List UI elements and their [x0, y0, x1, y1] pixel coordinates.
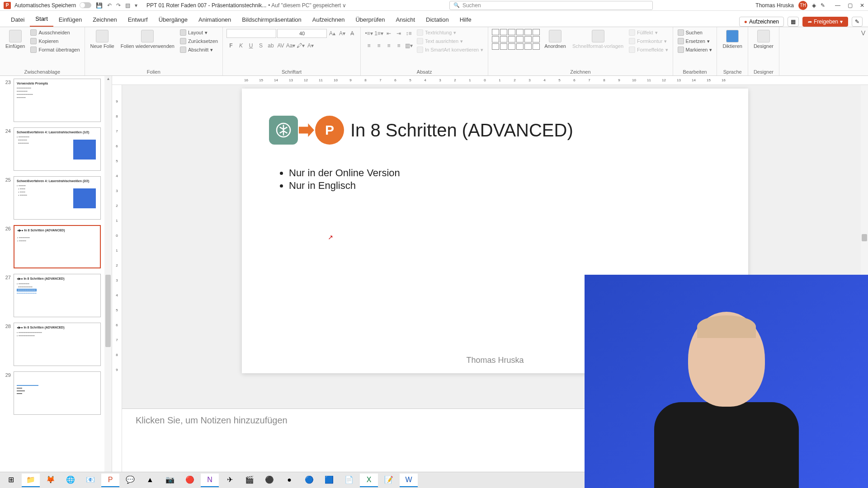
pen-icon[interactable]: ✎ — [821, 2, 825, 9]
scrollbar-handle[interactable] — [105, 275, 111, 347]
start-menu-icon[interactable]: ⊞ — [2, 474, 20, 487]
tab-zeichnen[interactable]: Zeichnen — [87, 13, 122, 27]
find-button[interactable]: Suchen — [677, 29, 713, 36]
font-color-button[interactable]: A▾ — [306, 41, 315, 50]
close-icon[interactable]: ✕ — [860, 2, 864, 9]
italic-button[interactable]: K — [236, 41, 245, 50]
thumbnails-scrollbar[interactable] — [104, 76, 112, 476]
copy-button[interactable]: Kopieren — [29, 38, 80, 45]
vertical-ruler[interactable]: 9876543210123456789 — [112, 85, 122, 476]
select-button[interactable]: Markieren ▾ — [677, 46, 713, 53]
maximize-icon[interactable]: ▢ — [848, 2, 853, 9]
indent-dec-icon[interactable]: ⇤ — [384, 29, 393, 38]
align-right-icon[interactable]: ≡ — [384, 41, 393, 50]
notepad-icon[interactable]: 📝 — [380, 474, 398, 487]
app-icon[interactable]: 🎬 — [241, 474, 259, 487]
app-icon[interactable]: 📷 — [161, 474, 179, 487]
text-direction-button[interactable]: Textrichtung ▾ — [416, 29, 484, 36]
effects-button[interactable]: Formeffekte ▾ — [628, 46, 669, 53]
clear-format-icon[interactable]: A̶ — [348, 29, 357, 38]
tab-einfuegen[interactable]: Einfügen — [53, 13, 87, 27]
record-button[interactable]: Aufzeichnen — [739, 17, 784, 27]
powerpoint-taskbar-icon[interactable]: P — [101, 474, 119, 487]
tab-ansicht[interactable]: Ansicht — [390, 13, 420, 27]
tab-bildschirm[interactable]: Bildschirmpräsentation — [236, 13, 307, 27]
align-center-icon[interactable]: ≡ — [374, 41, 383, 50]
font-size-input[interactable] — [277, 29, 327, 38]
vlc-icon[interactable]: ▲ — [141, 474, 159, 487]
undo-icon[interactable]: ↶ — [107, 2, 112, 9]
shapes-gallery[interactable] — [492, 29, 540, 50]
app-icon[interactable]: 🔵 — [300, 474, 318, 487]
qat-more-icon[interactable]: ▾ — [135, 2, 137, 9]
numbering-icon[interactable]: 1≡▾ — [374, 29, 383, 38]
tab-uebergaenge[interactable]: Übergänge — [153, 13, 193, 27]
designer-button[interactable]: Designer — [752, 29, 775, 50]
horizontal-ruler[interactable]: 1615141312111098765432101234567891011121… — [112, 76, 868, 85]
user-name[interactable]: Thomas Hruska — [755, 2, 794, 9]
telegram-icon[interactable]: ✈ — [221, 474, 239, 487]
app-icon[interactable]: 🟦 — [320, 474, 338, 487]
format-painter-button[interactable]: Format übertragen — [29, 46, 80, 53]
slide-title[interactable]: In 8 Schritten (ADVANCED) — [350, 120, 573, 141]
thumbnail-26[interactable]: 26 ●▶● In 8 Schritten (ADVANCED)• ━━━━━━… — [0, 222, 112, 271]
tab-dictation[interactable]: Dictation — [420, 13, 454, 27]
comments-icon[interactable]: ✎ — [852, 17, 863, 27]
layout-button[interactable]: Layout ▾ — [179, 29, 219, 36]
shrink-font-icon[interactable]: A▾ — [338, 29, 347, 38]
thumbnail-29[interactable]: 29 ▬▬▬▬▬▬▬▬▬▬▬▬▬▬▬ — [0, 369, 112, 418]
dictate-button[interactable]: Diktieren — [721, 29, 744, 50]
tab-hilfe[interactable]: Hilfe — [454, 13, 477, 27]
cut-button[interactable]: Ausschneiden — [29, 29, 80, 36]
section-button[interactable]: Abschnitt ▾ — [179, 46, 219, 53]
paste-button[interactable]: Einfügen — [4, 29, 27, 50]
app-icon[interactable]: 🔴 — [181, 474, 199, 487]
collapse-ribbon-icon[interactable]: ⋁ — [859, 27, 868, 75]
grow-font-icon[interactable]: A▴ — [328, 29, 337, 38]
saved-location[interactable]: • Auf "diesem PC" gespeichert ∨ — [268, 2, 346, 9]
thumbnail-28[interactable]: 28 ●▶● In 8 Schritten (ADVANCED)• ━━━━━━… — [0, 320, 112, 369]
app-icon[interactable]: 💬 — [121, 474, 139, 487]
tab-aufzeichnen[interactable]: Aufzeichnen — [307, 13, 350, 27]
reset-button[interactable]: Zurücksetzen — [179, 38, 219, 45]
slide-body[interactable]: Nur in der Online Version Nur in Englisc… — [278, 167, 721, 192]
shadow-button[interactable]: ab — [266, 41, 275, 50]
tab-animationen[interactable]: Animationen — [193, 13, 236, 27]
columns-icon[interactable]: ▥▾ — [404, 41, 413, 50]
smartart-button[interactable]: In SmartArt konvertieren ▾ — [416, 46, 484, 53]
align-left-icon[interactable]: ≡ — [364, 41, 373, 50]
obs-icon[interactable]: ⚫ — [260, 474, 278, 487]
teams-icon[interactable]: ▦ — [788, 17, 799, 27]
arrange-button[interactable]: Anordnen — [542, 29, 568, 50]
share-button[interactable]: Freigeben ▾ — [802, 17, 848, 27]
app-icon[interactable]: ● — [280, 474, 298, 487]
highlight-button[interactable]: 🖍▾ — [296, 41, 305, 50]
onenote-icon[interactable]: N — [201, 474, 219, 487]
thumbnail-23[interactable]: 23 Verwendete Prompts━━━━━━━━━━━━━━━━━━━… — [0, 76, 112, 125]
redo-icon[interactable]: ↷ — [116, 2, 121, 9]
minimize-icon[interactable]: — — [835, 2, 840, 9]
justify-icon[interactable]: ≡ — [394, 41, 403, 50]
align-text-button[interactable]: Text ausrichten ▾ — [416, 38, 484, 45]
tab-entwurf[interactable]: Entwurf — [123, 13, 153, 27]
reuse-slides-button[interactable]: Folien wiederverwenden — [119, 29, 176, 50]
fill-button[interactable]: Füllfekt ▾ — [628, 29, 669, 36]
spacing-button[interactable]: AV — [276, 41, 285, 50]
indent-inc-icon[interactable]: ⇥ — [394, 29, 403, 38]
search-input[interactable]: Suchen — [449, 1, 653, 10]
chrome-icon[interactable]: 🌐 — [61, 474, 80, 487]
strike-button[interactable]: S — [256, 41, 265, 50]
outline-button[interactable]: Formkontur ▾ — [628, 38, 669, 45]
outlook-icon[interactable]: 📧 — [81, 474, 99, 487]
present-icon[interactable]: ▤ — [125, 2, 130, 9]
autosave-toggle[interactable] — [80, 2, 91, 8]
thumbnail-27[interactable]: 27 ●▶● In 8 Schritten (ADVANCED)• ━━━━━━… — [0, 271, 112, 320]
quick-styles-button[interactable]: Schnellformat-vorlagen — [571, 29, 625, 50]
avatar[interactable]: TH — [798, 1, 807, 10]
tab-datei[interactable]: Datei — [5, 13, 30, 27]
line-spacing-icon[interactable]: ↕≡ — [404, 29, 413, 38]
explorer-icon[interactable]: 📁 — [22, 474, 40, 487]
case-button[interactable]: Aa▾ — [286, 41, 295, 50]
diamond-icon[interactable]: ◈ — [812, 2, 816, 9]
app-icon[interactable]: 📄 — [340, 474, 358, 487]
